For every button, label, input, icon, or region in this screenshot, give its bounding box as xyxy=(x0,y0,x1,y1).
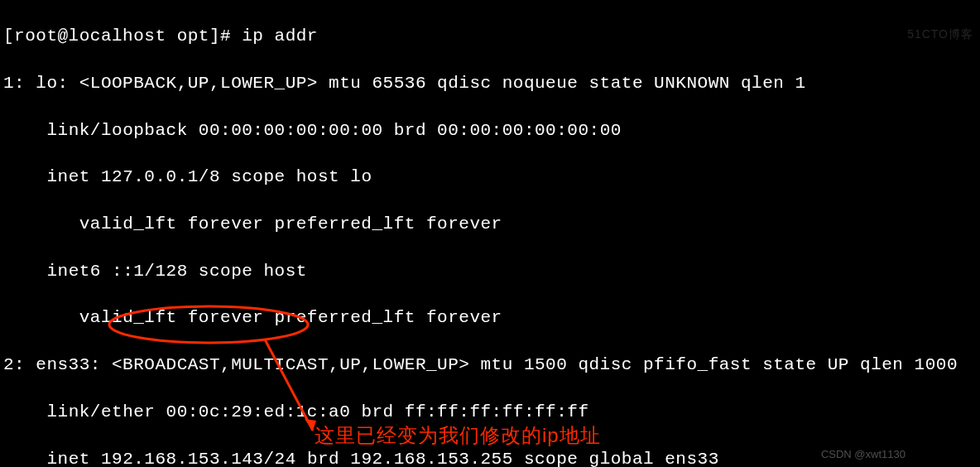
highlighted-ip: 192.168.153.143 xyxy=(101,450,264,467)
output-line: inet6 ::1/128 scope host xyxy=(3,260,977,283)
terminal-output[interactable]: [root@localhost opt]# ip addr 1: lo: <LO… xyxy=(3,2,977,467)
output-line: valid_lft forever preferred_lft forever xyxy=(3,213,977,236)
output-line: link/ether 00:0c:29:ed:1c:a0 brd ff:ff:f… xyxy=(3,401,977,424)
output-line: valid_lft forever preferred_lft forever xyxy=(3,306,977,330)
output-line: link/loopback 00:00:00:00:00:00 brd 00:0… xyxy=(3,119,977,142)
output-line: 2: ens33: <BROADCAST,MULTICAST,UP,LOWER_… xyxy=(3,354,977,377)
output-line: inet 127.0.0.1/8 scope host lo xyxy=(3,166,977,189)
output-line: 1: lo: <LOOPBACK,UP,LOWER_UP> mtu 65536 … xyxy=(3,72,977,95)
watermark-text: 51CTO博客 xyxy=(907,26,973,42)
shell-prompt: [root@localhost opt]# xyxy=(3,26,242,46)
watermark-text: CSDN @xwt1130 xyxy=(821,447,906,462)
annotation-label: 这里已经变为我们修改的ip地址 xyxy=(315,422,601,449)
command-text: ip addr xyxy=(242,26,318,46)
